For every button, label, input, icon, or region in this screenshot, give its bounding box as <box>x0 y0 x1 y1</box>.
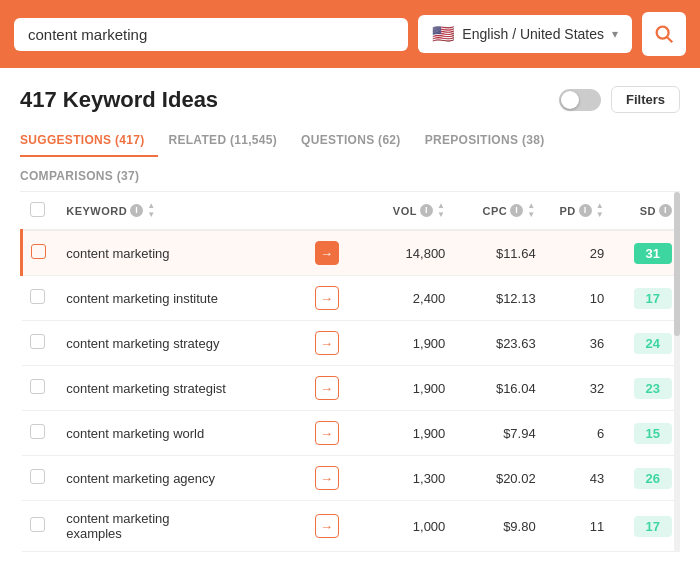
tab-related[interactable]: RELATED (11,545) <box>168 127 291 157</box>
table-row: content marketingexamples → 1,000 $9.80 … <box>22 501 681 552</box>
row-keyword-cell: content marketing agency <box>58 456 306 501</box>
table-row: content marketing institute → 2,400 $12.… <box>22 276 681 321</box>
row-arrow-button[interactable]: → <box>315 514 339 538</box>
row-arrow-button[interactable]: → <box>315 331 339 355</box>
sort-down-icon: ▼ <box>147 211 155 219</box>
vol-sort-arrows[interactable]: ▲ ▼ <box>437 202 445 219</box>
svg-point-0 <box>657 27 669 39</box>
row-arrow-cell: → <box>307 276 352 321</box>
row-checkbox[interactable] <box>31 244 46 259</box>
sort-down-icon: ▼ <box>527 211 535 219</box>
row-check-cell <box>22 276 59 321</box>
row-checkbox[interactable] <box>30 424 45 439</box>
row-keyword-cell: content marketing strategy <box>58 321 306 366</box>
keyword-text: content marketing institute <box>66 291 218 306</box>
search-bar: 🇺🇸 English / United States ▾ <box>0 0 700 68</box>
main-content: 417 Keyword Ideas Filters SUGGESTIONS (4… <box>0 68 700 552</box>
cpc-sort-arrows[interactable]: ▲ ▼ <box>527 202 535 219</box>
cpc-value: $20.02 <box>496 471 536 486</box>
keyword-text: content marketing agency <box>66 471 215 486</box>
search-input[interactable] <box>28 26 394 43</box>
pd-value: 6 <box>597 426 604 441</box>
th-vol-label: VOL <box>393 205 417 217</box>
row-vol-cell: 1,900 <box>352 321 454 366</box>
row-pd-cell: 11 <box>544 501 613 552</box>
th-keyword-label: KEYWORD <box>66 205 127 217</box>
table-row: content marketing → 14,800 $11.64 29 31 <box>22 230 681 276</box>
pd-value: 32 <box>590 381 604 396</box>
pd-value: 11 <box>590 519 604 534</box>
pd-sort-arrows[interactable]: ▲ ▼ <box>596 202 604 219</box>
row-checkbox[interactable] <box>30 379 45 394</box>
row-arrow-button[interactable]: → <box>315 421 339 445</box>
tab-prepositions[interactable]: PREPOSITIONS (38) <box>425 127 559 157</box>
table-row: content marketing world → 1,900 $7.94 6 … <box>22 411 681 456</box>
row-sd-cell: 17 <box>612 276 680 321</box>
row-sd-cell: 23 <box>612 366 680 411</box>
row-sd-cell: 17 <box>612 501 680 552</box>
row-pd-cell: 43 <box>544 456 613 501</box>
header-checkbox[interactable] <box>30 202 45 217</box>
row-arrow-button[interactable]: → <box>315 376 339 400</box>
tab-questions[interactable]: QUESTIONS (62) <box>301 127 415 157</box>
vol-value: 14,800 <box>406 246 446 261</box>
vol-info-icon: i <box>420 204 433 217</box>
row-keyword-cell: content marketing world <box>58 411 306 456</box>
th-pd: PD i ▲ ▼ <box>544 192 613 230</box>
cpc-value: $7.94 <box>503 426 536 441</box>
page-title: 417 Keyword Ideas <box>20 87 218 113</box>
tabs-bar: SUGGESTIONS (417) RELATED (11,545) QUEST… <box>20 127 680 192</box>
th-pd-label: PD <box>560 205 576 217</box>
sort-up-icon: ▲ <box>596 202 604 210</box>
language-selector[interactable]: 🇺🇸 English / United States ▾ <box>418 15 632 53</box>
row-sd-cell: 24 <box>612 321 680 366</box>
pd-info-icon: i <box>579 204 592 217</box>
row-pd-cell: 36 <box>544 321 613 366</box>
filters-button[interactable]: Filters <box>611 86 680 113</box>
row-arrow-cell: → <box>307 366 352 411</box>
pd-value: 36 <box>590 336 604 351</box>
row-checkbox[interactable] <box>30 469 45 484</box>
row-check-cell <box>22 411 59 456</box>
tab-comparisons[interactable]: COMPARISONS (37) <box>20 163 153 191</box>
th-keyword: KEYWORD i ▲ ▼ <box>58 192 306 230</box>
keyword-text: content marketing world <box>66 426 204 441</box>
row-cpc-cell: $20.02 <box>453 456 543 501</box>
keyword-text: content marketingexamples <box>66 511 169 541</box>
table-row: content marketing strategist → 1,900 $16… <box>22 366 681 411</box>
cpc-value: $11.64 <box>496 246 536 261</box>
search-button[interactable] <box>642 12 686 56</box>
row-check-cell <box>22 501 59 552</box>
row-pd-cell: 32 <box>544 366 613 411</box>
table-row: content marketing strategy → 1,900 $23.6… <box>22 321 681 366</box>
cpc-value: $9.80 <box>503 519 536 534</box>
pd-value: 43 <box>590 471 604 486</box>
row-keyword-cell: content marketing institute <box>58 276 306 321</box>
row-arrow-button[interactable]: → <box>315 286 339 310</box>
keyword-text: content marketing strategist <box>66 381 226 396</box>
row-arrow-cell: → <box>307 456 352 501</box>
row-arrow-cell: → <box>307 321 352 366</box>
toggle-switch[interactable] <box>559 89 601 111</box>
scrollbar-thumb[interactable] <box>674 192 680 336</box>
row-arrow-button[interactable]: → <box>315 466 339 490</box>
row-checkbox[interactable] <box>30 517 45 532</box>
tab-suggestions[interactable]: SUGGESTIONS (417) <box>20 127 158 157</box>
title-row: 417 Keyword Ideas Filters <box>20 86 680 113</box>
row-checkbox[interactable] <box>30 334 45 349</box>
row-pd-cell: 29 <box>544 230 613 276</box>
th-cpc-label: CPC <box>483 205 508 217</box>
row-keyword-cell: content marketing <box>58 230 306 276</box>
th-sd: SD i <box>612 192 680 230</box>
row-cpc-cell: $7.94 <box>453 411 543 456</box>
row-pd-cell: 6 <box>544 411 613 456</box>
vol-value: 1,900 <box>413 426 446 441</box>
th-vol: VOL i ▲ ▼ <box>352 192 454 230</box>
row-cpc-cell: $11.64 <box>453 230 543 276</box>
row-arrow-button[interactable]: → <box>315 241 339 265</box>
keyword-info-icon: i <box>130 204 143 217</box>
row-check-cell <box>22 321 59 366</box>
row-checkbox[interactable] <box>30 289 45 304</box>
vol-value: 2,400 <box>413 291 446 306</box>
keyword-sort-arrows[interactable]: ▲ ▼ <box>147 202 155 219</box>
